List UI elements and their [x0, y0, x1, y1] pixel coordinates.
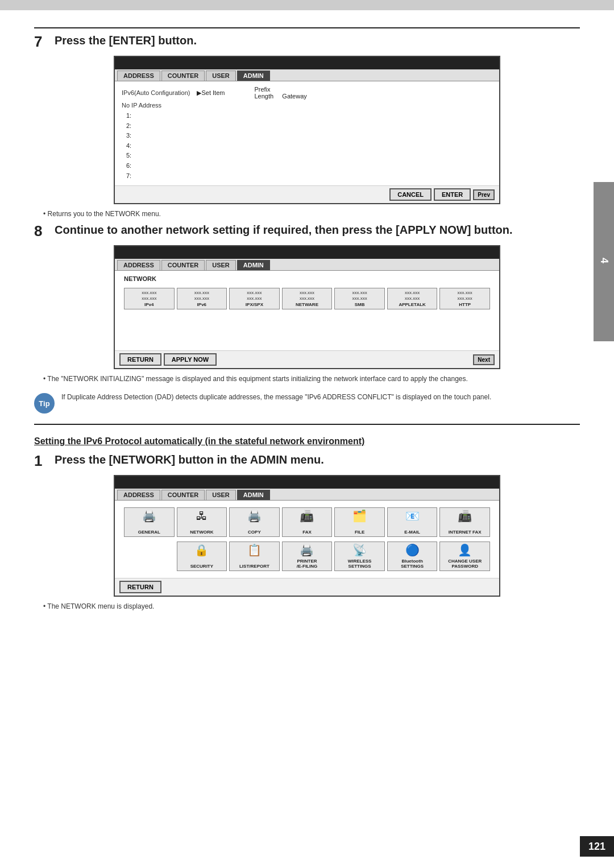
step8-note: The "NETWORK INITIALIZING" message is di… [43, 375, 580, 383]
screen2-content: NETWORK xxx.xxxxxx.xxx IPv4 xxx.xxxxxx.x… [115, 271, 499, 350]
ip-item-7: 7: [126, 171, 492, 181]
tab-address[interactable]: ADDRESS [117, 71, 160, 81]
tab3-address[interactable]: ADDRESS [117, 490, 160, 500]
screen3-footer-buttons: RETURN [119, 581, 161, 593]
prev-button[interactable]: Prev [473, 189, 495, 200]
screen2-footer: RETURN APPLY NOW Next [115, 350, 499, 368]
step7-heading: 7 Press the [ENTER] button. [34, 34, 580, 49]
step8-heading: 8 Continue to another network setting if… [34, 224, 580, 238]
ip-list: 1: 2: 3: 4: 5: 6: 7: [126, 111, 492, 181]
ip-item-6: 6: [126, 161, 492, 171]
admin-general[interactable]: 🖨️ GENERAL [124, 507, 175, 537]
general-icon: 🖨️ [142, 510, 156, 522]
screen2: ADDRESS COUNTER USER ADMIN NETWORK xxx.x… [114, 245, 500, 369]
network-grid: xxx.xxxxxx.xxx IPv4 xxx.xxxxxx.xxx IPv6 … [119, 283, 495, 314]
section-divider [34, 27, 580, 28]
wireless-icon: 📡 [352, 544, 367, 556]
admin-change-password[interactable]: 👤 CHANGE USER PASSWORD [439, 542, 490, 571]
email-icon: 📧 [405, 510, 420, 522]
screen3-content: 🖨️ GENERAL 🖧 NETWORK 🖨️ COPY 📠 FAX 🗂️ [115, 501, 499, 578]
tab2-admin[interactable]: ADMIN [237, 260, 270, 270]
page-number: 121 [580, 836, 614, 857]
bluetooth-label: Bluetooth SETTINGS [401, 559, 424, 569]
section-heading: Setting the IPv6 Protocol automatically … [34, 436, 580, 447]
email-label: E-MAIL [404, 530, 420, 535]
section-divider2 [34, 424, 580, 425]
tip-box: Tip If Duplicate Address Detection (DAD)… [34, 392, 580, 414]
no-ip-row: No IP Address [122, 102, 492, 109]
enter-button[interactable]: ENTER [434, 188, 471, 201]
admin-copy[interactable]: 🖨️ COPY [229, 507, 280, 537]
net-cell-appletalk: xxx.xxxxxx.xxx APPLETALK [387, 288, 438, 309]
no-ip-label: No IP Address [122, 102, 161, 109]
step8-number: 8 [34, 224, 50, 238]
admin-bluetooth[interactable]: 🔵 Bluetooth SETTINGS [387, 542, 438, 571]
tab3-admin[interactable]: ADMIN [237, 490, 270, 500]
next-button[interactable]: Next [473, 354, 495, 365]
admin-security[interactable]: 🔒 SECURITY [177, 542, 227, 571]
screen3-footer: RETURN [115, 578, 499, 596]
net-cell-http: xxx.xxxxxx.xxx HTTP [439, 288, 490, 309]
tab-counter[interactable]: COUNTER [161, 71, 205, 81]
admin-grid-row2: 🔒 SECURITY 📋 LIST/REPORT 🖨️ PRINTER /E-F… [119, 542, 495, 576]
tab-admin[interactable]: ADMIN [237, 71, 270, 81]
ip-item-5: 5: [126, 151, 492, 161]
step1s2-heading: 1 Press the [NETWORK] button in the ADMI… [34, 453, 580, 468]
screen3-return-button[interactable]: RETURN [119, 581, 161, 593]
step7-number: 7 [34, 34, 50, 49]
screen1-content: IPv6(Auto Configuration) ▶Set Item Prefi… [115, 81, 499, 185]
admin-email[interactable]: 📧 E-MAIL [387, 507, 438, 537]
password-icon: 👤 [458, 544, 472, 556]
screen2-header [115, 246, 499, 259]
admin-internet-fax[interactable]: 📠 INTERNET FAX [439, 507, 490, 537]
security-icon: 🔒 [194, 544, 209, 556]
cancel-button[interactable]: CANCEL [389, 188, 432, 201]
screen3-header [115, 476, 499, 489]
admin-network[interactable]: 🖧 NETWORK [177, 507, 227, 537]
fax-icon: 📠 [300, 510, 314, 522]
ip-item-4: 4: [126, 141, 492, 151]
screen3-tabs: ADDRESS COUNTER USER ADMIN [115, 489, 499, 501]
screen1-tabs: ADDRESS COUNTER USER ADMIN [115, 69, 499, 81]
screen1-header [115, 57, 499, 69]
step7-note: Returns you to the NETWORK menu. [43, 210, 580, 218]
fax-label: FAX [302, 530, 312, 535]
tip-text: If Duplicate Address Detection (DAD) det… [61, 392, 491, 402]
tab2-address[interactable]: ADDRESS [117, 260, 160, 270]
step7-title: Press the [ENTER] button. [55, 34, 197, 47]
admin-file[interactable]: 🗂️ FILE [334, 507, 385, 537]
bluetooth-icon: 🔵 [405, 544, 420, 556]
printer-efiling-icon: 🖨️ [300, 544, 314, 556]
step1s2-number: 1 [34, 453, 50, 468]
tab2-user[interactable]: USER [206, 260, 236, 270]
net-cell-netware: xxx.xxxxxx.xxx NETWARE [282, 288, 333, 309]
tab3-user[interactable]: USER [206, 490, 236, 500]
net-cell-smb: xxx.xxxxxx.xxx SMB [334, 288, 385, 309]
screen1: ADDRESS COUNTER USER ADMIN IPv6(Auto Con… [114, 56, 500, 204]
step1s2-note: The NETWORK menu is displayed. [43, 602, 580, 610]
list-report-icon: 📋 [247, 544, 262, 556]
wireless-label: WIRELESS SETTINGS [348, 559, 372, 569]
ip-item-2: 2: [126, 121, 492, 131]
tip-badge: Tip [34, 393, 55, 414]
prefix-label: Prefix Length Gateway [254, 86, 306, 100]
file-label: FILE [355, 530, 364, 535]
general-label: GENERAL [138, 530, 160, 535]
set-item-arrow: ▶Set Item [197, 89, 225, 97]
copy-label: COPY [248, 530, 261, 535]
network-icon: 🖧 [196, 510, 208, 522]
tab-user[interactable]: USER [206, 71, 236, 81]
printer-efiling-label: PRINTER /E-FILING [297, 559, 317, 569]
admin-wireless[interactable]: 📡 WIRELESS SETTINGS [334, 542, 385, 571]
password-label: CHANGE USER PASSWORD [448, 559, 482, 569]
apply-now-button[interactable]: APPLY NOW [164, 353, 217, 366]
net-cell-ipv6: xxx.xxxxxx.xxx IPv6 [177, 288, 227, 309]
admin-fax[interactable]: 📠 FAX [282, 507, 333, 537]
admin-list-report[interactable]: 📋 LIST/REPORT [229, 542, 280, 571]
admin-grid-row1: 🖨️ GENERAL 🖧 NETWORK 🖨️ COPY 📠 FAX 🗂️ [119, 503, 495, 542]
tab2-counter[interactable]: COUNTER [161, 260, 205, 270]
net-cell-ipxspx: xxx.xxxxxx.xxx IPX/SPX [229, 288, 280, 309]
tab3-counter[interactable]: COUNTER [161, 490, 205, 500]
return-button[interactable]: RETURN [119, 353, 161, 366]
admin-printer-efiling[interactable]: 🖨️ PRINTER /E-FILING [282, 542, 333, 571]
